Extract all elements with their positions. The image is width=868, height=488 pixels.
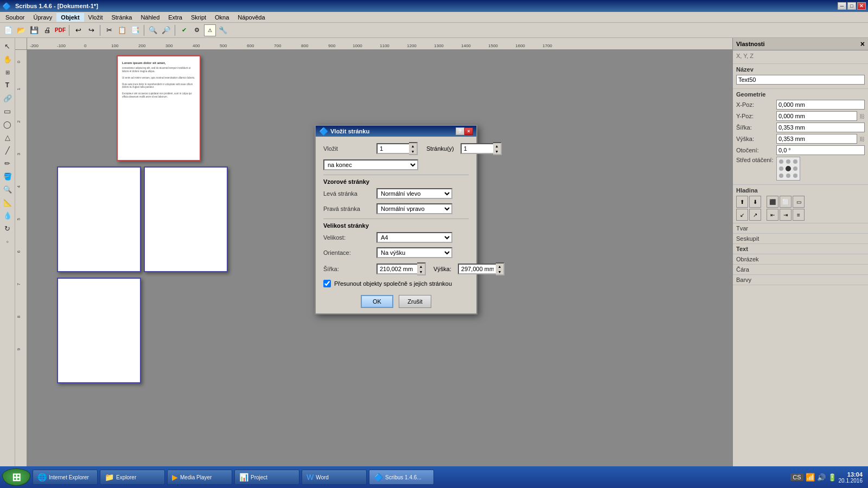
sirka-down[interactable]: ▼ bbox=[417, 269, 425, 274]
rot-ml[interactable] bbox=[779, 166, 783, 171]
vyska-dim-input[interactable] bbox=[458, 264, 496, 274]
sirka-dim-input[interactable] bbox=[376, 264, 417, 274]
minimize-button[interactable]: ─ bbox=[838, 2, 846, 10]
tb-paste[interactable]: 📑 bbox=[129, 24, 141, 36]
tool-pencil[interactable]: ✏ bbox=[2, 157, 14, 169]
vlozit-input[interactable] bbox=[376, 143, 409, 154]
position-select[interactable]: na konec na začátek před stránku za strá… bbox=[323, 159, 418, 170]
tb-preflight[interactable]: ⚠ bbox=[204, 24, 216, 36]
sirka-up[interactable]: ▲ bbox=[417, 264, 425, 269]
tb-new[interactable]: 📄 bbox=[2, 24, 14, 36]
tb-eyedrop[interactable]: 🔧 bbox=[217, 24, 229, 36]
text-item[interactable]: Text bbox=[733, 244, 868, 254]
tb-cut[interactable]: ✂ bbox=[103, 24, 115, 36]
rot-br[interactable] bbox=[793, 174, 797, 178]
taskbar-ie[interactable]: 🌐 Internet Explorer bbox=[33, 470, 98, 485]
tb-zoom-in[interactable]: 🔍 bbox=[147, 24, 159, 36]
close-button[interactable]: ✕ bbox=[857, 2, 866, 10]
cancel-button[interactable]: Zrušit bbox=[399, 295, 431, 308]
layer-btn-8[interactable]: ⇤ bbox=[767, 209, 778, 221]
tb-copy[interactable]: 📋 bbox=[116, 24, 128, 36]
tb-undo[interactable]: ↩ bbox=[72, 24, 84, 36]
stranku-input[interactable] bbox=[461, 143, 493, 154]
layer-btn-1[interactable]: ⬆ bbox=[736, 196, 748, 208]
tb-save[interactable]: 💾 bbox=[28, 24, 40, 36]
menu-soubor[interactable]: Soubor bbox=[1, 13, 29, 22]
menu-nahled[interactable]: Náhled bbox=[136, 13, 164, 22]
ypoz-input[interactable] bbox=[776, 111, 857, 121]
rot-bl[interactable] bbox=[779, 174, 783, 178]
ok-button[interactable]: OK bbox=[361, 295, 393, 308]
tool-line[interactable]: ╱ bbox=[2, 144, 14, 156]
dialog-close-btn[interactable]: × bbox=[464, 127, 473, 135]
tool-eyedrop[interactable]: 💧 bbox=[2, 209, 14, 221]
sirka-input[interactable] bbox=[776, 123, 865, 132]
rot-mr[interactable] bbox=[793, 166, 797, 171]
tb-check[interactable]: ✔ bbox=[178, 24, 190, 36]
layer-btn-10[interactable]: ≡ bbox=[793, 209, 805, 221]
start-button[interactable]: ⊞ bbox=[2, 468, 30, 486]
tool-pan[interactable]: ✋ bbox=[2, 53, 14, 65]
layer-btn-9[interactable]: ⇥ bbox=[780, 209, 792, 221]
rot-tr[interactable] bbox=[793, 159, 797, 164]
tool-node[interactable]: ⬦ bbox=[2, 235, 14, 247]
tool-rect[interactable]: ▭ bbox=[2, 105, 14, 117]
layer-btn-6[interactable]: ↙ bbox=[736, 209, 748, 221]
rot-tl[interactable] bbox=[779, 159, 783, 164]
layer-btn-2[interactable]: ⬇ bbox=[749, 196, 761, 208]
panel-close-btn[interactable]: × bbox=[860, 40, 865, 48]
tool-fill[interactable]: 🪣 bbox=[2, 170, 14, 182]
layer-btn-3[interactable]: ⬛ bbox=[767, 196, 778, 208]
layer-btn-7[interactable]: ↗ bbox=[749, 209, 761, 221]
menu-vlozit[interactable]: Vložit bbox=[84, 13, 107, 22]
tool-zoom[interactable]: 🔍 bbox=[2, 183, 14, 195]
presunout-checkbox[interactable] bbox=[323, 280, 331, 287]
page-4[interactable] bbox=[57, 278, 141, 383]
dialog-help-btn[interactable]: ? bbox=[456, 127, 464, 135]
vyska-input[interactable] bbox=[776, 134, 857, 144]
tb-pdf[interactable]: PDF bbox=[54, 24, 66, 36]
rot-bc[interactable] bbox=[786, 174, 790, 178]
page-2[interactable] bbox=[57, 166, 141, 272]
tool-text[interactable]: T bbox=[2, 79, 14, 91]
layer-btn-5[interactable]: ▭ bbox=[793, 196, 805, 208]
page-1[interactable]: Lorem ipsum dolor sit amet, consectetur … bbox=[117, 55, 201, 161]
tb-settings[interactable]: ⚙ bbox=[191, 24, 203, 36]
tool-measure[interactable]: 📐 bbox=[2, 196, 14, 208]
taskbar-scribus[interactable]: 🔷 Scribus 1.4.6... bbox=[369, 470, 434, 485]
taskbar-word[interactable]: W Word bbox=[302, 470, 367, 485]
menu-extra[interactable]: Extra bbox=[164, 13, 187, 22]
menu-okna[interactable]: Okna bbox=[210, 13, 233, 22]
velikost-select[interactable]: A4A3A5Letter bbox=[376, 232, 452, 243]
maximize-button[interactable]: □ bbox=[847, 2, 856, 10]
prava-select[interactable]: Normální vpravo Prázdná bbox=[376, 203, 452, 214]
tb-open[interactable]: 📂 bbox=[15, 24, 27, 36]
tb-zoom-out[interactable]: 🔎 bbox=[160, 24, 172, 36]
tool-select[interactable]: ↖ bbox=[2, 40, 14, 52]
vyska-down[interactable]: ▼ bbox=[496, 269, 503, 274]
leva-select[interactable]: Normální vlevo Prázdná bbox=[376, 188, 452, 199]
stranku-up[interactable]: ▲ bbox=[493, 143, 501, 149]
page-3[interactable] bbox=[144, 166, 228, 272]
taskbar-media[interactable]: ▶ Media Player bbox=[167, 470, 232, 485]
vyska-up[interactable]: ▲ bbox=[496, 264, 503, 269]
vlozit-down[interactable]: ▼ bbox=[409, 149, 417, 154]
tb-print[interactable]: 🖨 bbox=[41, 24, 53, 36]
tool-link[interactable]: 🔗 bbox=[2, 92, 14, 104]
stranku-down[interactable]: ▼ bbox=[493, 149, 501, 154]
tool-insert-frame[interactable]: ⊞ bbox=[2, 66, 14, 78]
tool-polygon[interactable]: △ bbox=[2, 131, 14, 143]
tb-redo[interactable]: ↪ bbox=[85, 24, 97, 36]
rot-tc[interactable] bbox=[786, 159, 790, 164]
taskbar-project[interactable]: 📊 Project bbox=[234, 470, 299, 485]
menu-upravy[interactable]: Úpravy bbox=[29, 13, 56, 22]
menu-skript[interactable]: Skript bbox=[187, 13, 210, 22]
tool-ellipse[interactable]: ◯ bbox=[2, 118, 14, 130]
orientace-select[interactable]: Na výšku Na šířku bbox=[376, 247, 452, 258]
xpoz-input[interactable] bbox=[776, 100, 865, 110]
otoceni-input[interactable] bbox=[776, 145, 865, 155]
tool-rotate[interactable]: ↻ bbox=[2, 222, 14, 234]
name-input[interactable] bbox=[736, 75, 865, 85]
rot-center[interactable] bbox=[786, 166, 791, 171]
menu-stranka[interactable]: Stránka bbox=[107, 13, 136, 22]
